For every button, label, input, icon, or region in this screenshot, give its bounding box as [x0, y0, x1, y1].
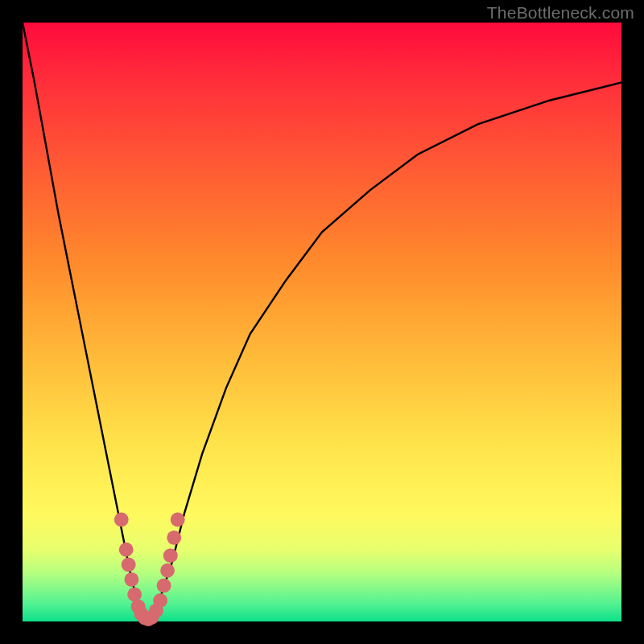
chart-svg — [23, 23, 621, 621]
curve-marker — [163, 548, 178, 563]
plot-area — [23, 23, 621, 621]
curve-marker — [124, 572, 138, 587]
curve-marker — [167, 530, 181, 545]
bottleneck-curve — [23, 23, 621, 621]
curve-marker — [153, 593, 167, 608]
curve-marker — [122, 557, 136, 572]
curve-marker — [119, 543, 134, 557]
curve-marker — [160, 564, 175, 578]
curve-marker — [114, 513, 129, 527]
curve-marker — [157, 578, 171, 592]
outer-frame: TheBottleneck.com — [0, 0, 644, 644]
curve-markers — [114, 513, 185, 626]
curve-marker — [171, 513, 185, 527]
watermark-text: TheBottleneck.com — [487, 3, 634, 23]
